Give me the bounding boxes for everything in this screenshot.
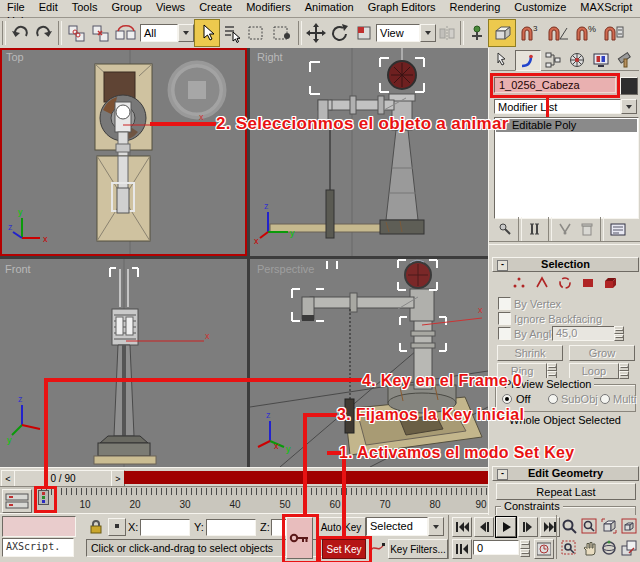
maxscript-mini-listener-pink[interactable] bbox=[2, 516, 76, 537]
bind-to-space-warp-icon[interactable] bbox=[112, 20, 140, 46]
auto-key-button[interactable]: Auto Key bbox=[316, 517, 366, 538]
remove-modifier-icon[interactable] bbox=[576, 221, 598, 237]
menu-tools[interactable]: Tools bbox=[65, 0, 105, 14]
ring-spinner[interactable] bbox=[547, 363, 557, 379]
selection-lock-toggle[interactable] bbox=[88, 518, 104, 536]
grow-button[interactable]: Grow bbox=[569, 345, 635, 361]
element-subobject-icon[interactable] bbox=[603, 275, 619, 290]
selection-rollout-header[interactable]: -Selection bbox=[492, 257, 639, 272]
menu-edit[interactable]: Edit bbox=[32, 0, 65, 14]
dropdown-arrow-icon[interactable] bbox=[178, 24, 194, 42]
tab-utilities[interactable] bbox=[613, 50, 637, 69]
tab-create[interactable] bbox=[491, 50, 515, 69]
by-angle-checkbox[interactable] bbox=[498, 327, 511, 340]
region-zoom-button[interactable] bbox=[560, 539, 578, 557]
key-mode-dropdown[interactable]: Selected bbox=[366, 517, 444, 536]
viewport-label-front[interactable]: Front bbox=[5, 263, 31, 275]
time-slider-next-arrow[interactable]: > bbox=[111, 470, 125, 487]
menu-animation[interactable]: Animation bbox=[298, 0, 361, 14]
edge-subobject-icon[interactable] bbox=[534, 275, 550, 290]
select-object-button[interactable] bbox=[194, 19, 220, 47]
maxscript-mini-listener-white[interactable]: AXScript. bbox=[2, 538, 74, 557]
by-angle-field[interactable]: 45,0 bbox=[552, 326, 617, 341]
menu-create[interactable]: Create bbox=[192, 0, 239, 14]
pin-stack-icon[interactable] bbox=[494, 221, 516, 237]
zoom-extents-all-button[interactable] bbox=[620, 517, 638, 535]
mini-curve-editor-button[interactable] bbox=[2, 489, 32, 513]
preview-multi-radio[interactable] bbox=[600, 394, 610, 404]
tab-display[interactable] bbox=[589, 50, 613, 69]
min-max-toggle-button[interactable] bbox=[620, 539, 638, 557]
dropdown-arrow-icon[interactable] bbox=[420, 24, 436, 42]
dropdown-arrow-icon[interactable] bbox=[428, 517, 444, 536]
select-and-link-icon[interactable] bbox=[64, 20, 88, 46]
time-slider-handle[interactable]: 0 / 90 bbox=[14, 470, 112, 487]
time-slider-prev-arrow[interactable]: < bbox=[1, 470, 15, 487]
selection-filter-dropdown[interactable]: All bbox=[140, 24, 194, 42]
viewport-label-right[interactable]: Right bbox=[257, 51, 283, 63]
y-coord-field[interactable] bbox=[206, 519, 256, 536]
loop-spinner[interactable] bbox=[619, 363, 629, 379]
redo-button[interactable] bbox=[32, 20, 56, 46]
undo-button[interactable] bbox=[8, 20, 32, 46]
angle-snap-toggle-icon[interactable] bbox=[544, 20, 572, 46]
previous-frame-button[interactable] bbox=[474, 517, 494, 537]
key-mode-toggle-button[interactable] bbox=[452, 539, 472, 559]
stack-item-editable-poly[interactable]: Editable Poly bbox=[496, 119, 637, 132]
zoom-extents-button[interactable] bbox=[600, 517, 618, 535]
zoom-button[interactable] bbox=[560, 517, 578, 535]
select-and-move-button[interactable] bbox=[304, 20, 328, 46]
vertex-subobject-icon[interactable] bbox=[511, 275, 527, 290]
edit-geometry-rollout-header[interactable]: -Edit Geometry bbox=[492, 466, 639, 481]
go-to-end-button[interactable] bbox=[540, 517, 560, 537]
rectangular-selection-region-icon[interactable] bbox=[244, 20, 268, 46]
preview-off-radio[interactable] bbox=[502, 394, 512, 404]
ignore-backfacing-checkbox[interactable] bbox=[498, 312, 511, 325]
select-by-name-icon[interactable] bbox=[220, 20, 244, 46]
current-frame-field[interactable]: 0 bbox=[473, 540, 519, 555]
menu-modifiers[interactable]: Modifiers bbox=[239, 0, 298, 14]
modifier-list-dropdown[interactable]: Modifier List bbox=[494, 99, 637, 114]
show-end-result-icon[interactable] bbox=[524, 221, 546, 237]
arc-rotate-button[interactable] bbox=[600, 539, 618, 557]
tab-hierarchy[interactable] bbox=[541, 50, 565, 69]
absolute-offset-mode-toggle[interactable] bbox=[108, 518, 126, 536]
configure-modifier-sets-icon[interactable] bbox=[606, 221, 630, 237]
unlink-selection-icon[interactable] bbox=[88, 20, 112, 46]
preview-subobj-radio[interactable] bbox=[548, 394, 558, 404]
menu-customize[interactable]: Customize bbox=[507, 0, 573, 14]
x-coord-field[interactable] bbox=[140, 519, 190, 536]
select-and-scale-button[interactable] bbox=[352, 20, 376, 46]
menu-maxscript[interactable]: MAXScript bbox=[573, 0, 639, 14]
dropdown-arrow-icon[interactable] bbox=[621, 99, 637, 114]
repeat-last-button[interactable]: Repeat Last bbox=[496, 483, 636, 500]
menu-views[interactable]: Views bbox=[149, 0, 192, 14]
by-angle-spinner[interactable] bbox=[614, 326, 624, 341]
menu-rendering[interactable]: Rendering bbox=[443, 0, 508, 14]
border-subobject-icon[interactable] bbox=[557, 275, 573, 290]
shrink-button[interactable]: Shrink bbox=[497, 345, 563, 361]
menu-graph-editors[interactable]: Graph Editors bbox=[361, 0, 443, 14]
select-and-rotate-button[interactable] bbox=[328, 20, 352, 46]
spinner-snap-toggle-icon[interactable] bbox=[600, 20, 626, 46]
go-to-start-button[interactable] bbox=[452, 517, 472, 537]
angle-snap-3d-icon[interactable]: 3 bbox=[516, 20, 544, 46]
modifier-stack[interactable]: Editable Poly bbox=[494, 117, 639, 219]
next-frame-button[interactable] bbox=[518, 517, 538, 537]
window-crossing-icon[interactable] bbox=[268, 20, 296, 46]
tab-motion[interactable] bbox=[565, 50, 589, 69]
loop-button[interactable]: Loop bbox=[569, 363, 619, 379]
time-configuration-button[interactable] bbox=[534, 539, 554, 559]
menu-group[interactable]: Group bbox=[104, 0, 149, 14]
polygon-subobject-icon[interactable] bbox=[580, 275, 596, 290]
snaps-toggle-button[interactable] bbox=[488, 19, 516, 47]
make-unique-icon[interactable] bbox=[554, 221, 576, 237]
by-vertex-checkbox[interactable] bbox=[498, 297, 511, 310]
select-and-manipulate-icon[interactable] bbox=[466, 20, 488, 46]
key-filters-button[interactable]: Key Filters... bbox=[388, 539, 448, 559]
mirror-button[interactable] bbox=[436, 20, 458, 46]
percent-snap-toggle-icon[interactable]: % bbox=[572, 20, 600, 46]
viewport-label-top[interactable]: Top bbox=[6, 51, 24, 63]
menu-file[interactable]: File bbox=[0, 0, 32, 14]
track-bar-ticks[interactable] bbox=[33, 488, 488, 495]
